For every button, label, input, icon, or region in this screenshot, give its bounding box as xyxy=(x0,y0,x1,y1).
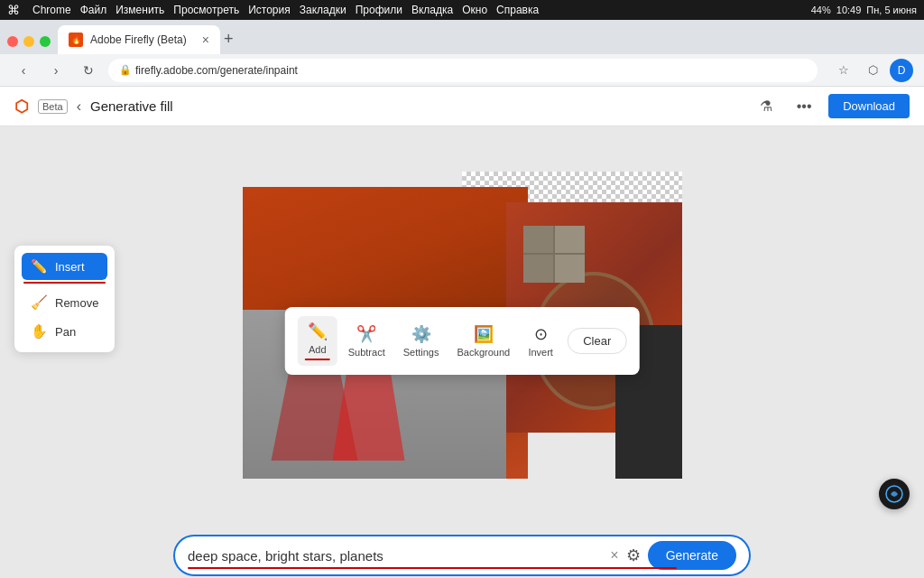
tab-title: Adobe Firefly (Beta) xyxy=(90,33,187,46)
url-text: firefly.adobe.com/generate/inpaint xyxy=(135,64,298,77)
add-label: Add xyxy=(309,344,327,355)
background-label: Background xyxy=(457,347,510,358)
back-button[interactable]: ‹ xyxy=(11,58,36,83)
add-icon: ✏️ xyxy=(308,322,328,341)
more-options-button[interactable]: ••• xyxy=(790,93,818,120)
add-underline xyxy=(305,359,330,360)
menu-edit[interactable]: Изменить xyxy=(116,4,164,16)
menu-profiles[interactable]: Профили xyxy=(356,4,402,16)
insert-tool-button[interactable]: ✏️ Insert xyxy=(22,253,107,280)
menu-bookmarks[interactable]: Закладки xyxy=(300,4,346,16)
new-tab-button[interactable]: + xyxy=(224,30,234,54)
windows-grid xyxy=(523,226,585,284)
add-tool-button[interactable]: ✏️ Add xyxy=(298,316,337,366)
remove-label: Remove xyxy=(55,296,98,310)
subtract-label: Subtract xyxy=(348,347,385,358)
forward-button[interactable]: › xyxy=(43,58,69,83)
invert-label: Invert xyxy=(528,347,553,358)
back-button[interactable]: ‹ xyxy=(77,98,81,115)
prompt-bar: × ⚙ Generate xyxy=(0,524,924,578)
canvas-container[interactable]: 5 ✏️ Add ✂️ Subtract ⚙️ Settings 🖼️ Back… xyxy=(243,172,682,479)
app-header: ⬡ Beta ‹ Generative fill ⚗ ••• Download xyxy=(0,87,924,126)
menu-window[interactable]: Окно xyxy=(462,4,487,16)
settings-label: Settings xyxy=(403,347,439,358)
background-tool-button[interactable]: 🖼️ Background xyxy=(449,319,517,363)
active-tab[interactable]: 🔥 Adobe Firefly (Beta) × xyxy=(58,25,220,54)
invert-icon: ⊙ xyxy=(534,324,548,344)
spell-check-underline xyxy=(188,567,677,569)
background-icon: 🖼️ xyxy=(474,324,494,344)
prompt-clear-button[interactable]: × xyxy=(610,547,618,564)
menubar: ⌘ Chrome Файл Изменить Просмотреть Истор… xyxy=(0,0,924,20)
insert-icon: ✏️ xyxy=(31,258,48,275)
settings-icon: ⚙️ xyxy=(411,324,431,344)
ai-assistant-button[interactable] xyxy=(879,479,910,509)
window-controls xyxy=(7,36,51,54)
maximize-window-button[interactable] xyxy=(40,36,51,47)
clock: 10:49 xyxy=(836,5,862,15)
tab-favicon: 🔥 xyxy=(69,33,83,47)
menu-chrome[interactable]: Chrome xyxy=(32,4,71,16)
prompt-input[interactable] xyxy=(188,548,603,564)
page-title: Generative fill xyxy=(90,98,173,114)
address-bar: ‹ › ↻ 🔒 firefly.adobe.com/generate/inpai… xyxy=(0,54,924,87)
tab-close-button[interactable]: × xyxy=(202,33,209,47)
remove-icon: 🧹 xyxy=(31,294,48,311)
menu-view[interactable]: Просмотреть xyxy=(173,4,239,16)
generate-button[interactable]: Generate xyxy=(648,541,736,570)
extensions-button[interactable]: ⬡ xyxy=(861,59,884,82)
apple-menu[interactable]: ⌘ xyxy=(7,3,20,17)
activity-icon[interactable]: ⚗ xyxy=(753,93,780,120)
clear-button[interactable]: Clear xyxy=(568,328,626,354)
subtract-icon: ✂️ xyxy=(356,324,376,344)
close-window-button[interactable] xyxy=(7,36,18,47)
prompt-settings-button[interactable]: ⚙ xyxy=(626,545,641,565)
invert-tool-button[interactable]: ⊙ Invert xyxy=(521,319,560,363)
canvas-toolbar-popup: ✏️ Add ✂️ Subtract ⚙️ Settings 🖼️ Backgr… xyxy=(285,307,640,375)
remove-tool-button[interactable]: 🧹 Remove xyxy=(22,289,107,316)
date: Пн, 5 июня xyxy=(866,5,917,15)
menu-tab[interactable]: Вкладка xyxy=(411,4,453,16)
profile-button[interactable]: D xyxy=(890,59,913,82)
menu-history[interactable]: История xyxy=(248,4,291,16)
chrome-tabbar: 🔥 Adobe Firefly (Beta) × + xyxy=(0,20,924,54)
prompt-input-wrapper: × ⚙ Generate xyxy=(173,535,751,576)
pan-label: Pan xyxy=(55,325,76,339)
settings-tool-button[interactable]: ⚙️ Settings xyxy=(396,319,447,363)
bookmark-button[interactable]: ☆ xyxy=(832,59,855,82)
subtract-tool-button[interactable]: ✂️ Subtract xyxy=(341,319,393,363)
pan-icon: ✋ xyxy=(31,323,48,340)
beta-badge: Beta xyxy=(38,99,68,114)
menu-help[interactable]: Справка xyxy=(496,4,539,16)
insert-label: Insert xyxy=(55,260,85,274)
reload-button[interactable]: ↻ xyxy=(76,58,101,83)
battery-status: 44% xyxy=(811,5,831,15)
menu-file[interactable]: Файл xyxy=(80,4,107,16)
main-canvas-area: ✏️ Insert 🧹 Remove ✋ Pan xyxy=(0,126,924,524)
adobe-logo-icon: ⬡ xyxy=(14,97,29,117)
minimize-window-button[interactable] xyxy=(23,36,34,47)
left-toolbar: ✏️ Insert 🧹 Remove ✋ Pan xyxy=(14,246,115,352)
pan-tool-button[interactable]: ✋ Pan xyxy=(22,318,107,345)
url-bar[interactable]: 🔒 firefly.adobe.com/generate/inpaint xyxy=(108,59,818,82)
download-button[interactable]: Download xyxy=(828,94,910,118)
